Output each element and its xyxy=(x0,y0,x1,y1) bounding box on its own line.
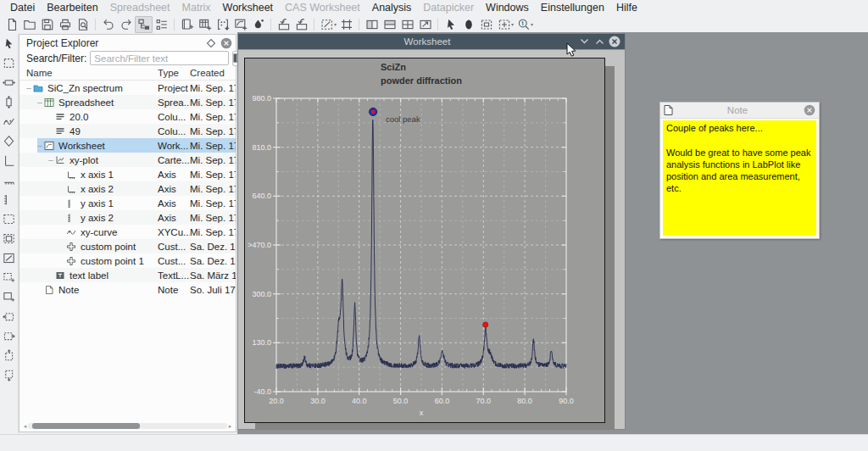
select-region-mode-button[interactable] xyxy=(477,16,495,33)
add-equation-curve-button[interactable] xyxy=(2,134,16,148)
custom-point-1[interactable] xyxy=(483,322,488,327)
tree-row-custom-point[interactable]: custom pointCust...Sa. Dez. 19 xyxy=(19,239,236,253)
tree-row-x-axis-1[interactable]: x axis 1AxisMi. Sep. 17 xyxy=(19,167,236,181)
new-spreadsheet-button[interactable] xyxy=(196,16,214,33)
scrollbar-track[interactable] xyxy=(28,423,227,429)
toggle-project-explorer-button[interactable] xyxy=(135,16,153,33)
scroll-left-arrow[interactable]: ◂ xyxy=(22,422,28,430)
pointer-mode-button[interactable] xyxy=(442,16,459,33)
axes[interactable] xyxy=(273,98,566,395)
save-project-button[interactable] xyxy=(38,16,56,33)
tree-row-spreadsheet[interactable]: –SpreadsheetSprea...Mi. Sep. 17 xyxy=(19,95,236,109)
menu-windows[interactable]: Windows xyxy=(480,2,535,14)
fit-page-button[interactable] xyxy=(337,16,355,33)
worksheet-canvas[interactable]: 20.030.040.050.060.070.080.090.0980.0810… xyxy=(238,49,625,429)
zoom-one-button[interactable] xyxy=(515,16,532,33)
new-workbook-button[interactable] xyxy=(178,16,196,33)
toggle-properties-dock-button[interactable] xyxy=(153,16,170,33)
undo-button[interactable] xyxy=(99,16,117,33)
add-axis-button[interactable] xyxy=(2,153,16,167)
tree-row-text-label[interactable]: text labelTextL...Sa. März 12 xyxy=(19,268,236,282)
maximize-button[interactable] xyxy=(593,35,606,48)
select-region-button[interactable] xyxy=(2,56,16,70)
expander-icon[interactable]: – xyxy=(36,141,44,150)
float-dock-button[interactable] xyxy=(204,36,217,49)
shift-left-x-button[interactable] xyxy=(2,309,16,323)
import-file-button[interactable] xyxy=(275,16,292,33)
horizontal-scrollbar[interactable]: ◂ ▸ xyxy=(22,422,233,430)
tree-row-custom-point-1[interactable]: custom point 1Cust...Sa. Dez. 19 xyxy=(19,253,236,268)
shift-up-y-button[interactable] xyxy=(2,348,16,362)
expander-icon[interactable]: – xyxy=(25,83,33,92)
new-plot-area-5-button[interactable] xyxy=(2,290,16,303)
horizontal-pan-button[interactable] xyxy=(2,75,16,89)
menu-bearbeiten[interactable]: Bearbeiten xyxy=(41,2,103,14)
tree-row-49[interactable]: 49Colu...Mi. Sep. 17 xyxy=(19,124,236,138)
minimize-button[interactable] xyxy=(577,35,591,48)
tree-row-xy-plot[interactable]: –xy-plotCarte...Mi. Sep. 17 xyxy=(19,153,236,167)
cool-peak-label[interactable]: cool peak xyxy=(386,114,420,124)
vertical-pan-button[interactable] xyxy=(2,95,16,109)
menu-hilfe[interactable]: Hilfe xyxy=(610,2,643,14)
xy-curve[interactable] xyxy=(276,120,566,368)
redo-button[interactable] xyxy=(117,16,135,33)
new-plot-area-4-button[interactable] xyxy=(2,270,16,284)
custom-point[interactable] xyxy=(370,108,377,115)
pointer-button[interactable] xyxy=(2,36,16,50)
open-project-button[interactable] xyxy=(20,16,38,33)
new-datapicker-button[interactable] xyxy=(249,16,267,33)
new-plot-area-1-button[interactable] xyxy=(2,212,16,226)
xy-plot-chart[interactable]: 20.030.040.050.060.070.080.090.0980.0810… xyxy=(245,58,604,422)
menu-datei[interactable]: Datei xyxy=(4,2,41,14)
detach-pane-button[interactable] xyxy=(416,16,434,33)
close-window-button[interactable] xyxy=(608,35,621,48)
plot-page[interactable]: 20.030.040.050.060.070.080.090.0980.0810… xyxy=(244,58,605,423)
menu-worksheet[interactable]: Worksheet xyxy=(217,2,280,14)
tree-row-x-axis-2[interactable]: x axis 2AxisMi. Sep. 17 xyxy=(19,181,236,196)
scrollbar-thumb[interactable] xyxy=(32,423,140,429)
plot-title[interactable]: SciZnpowder diffraction xyxy=(381,62,462,86)
note-titlebar[interactable]: Note xyxy=(660,103,819,119)
split-grid-button[interactable] xyxy=(398,16,416,33)
note-text[interactable]: Couple of peaks here... Would be great t… xyxy=(663,120,816,236)
expander-icon[interactable]: – xyxy=(47,155,55,164)
tree-row-y-axis-1[interactable]: y axis 1AxisMi. Sep. 17 xyxy=(19,196,236,210)
add-xy-curve-button[interactable] xyxy=(2,114,16,128)
zoom-fit-mode-button[interactable] xyxy=(495,16,513,33)
add-x-axis-button[interactable] xyxy=(2,173,16,187)
zoom-select-button[interactable] xyxy=(318,16,336,33)
tree-row-note[interactable]: NoteNoteSo. Juli 17 1 xyxy=(19,282,236,297)
new-plot-area-2-button[interactable] xyxy=(2,231,16,245)
worksheet-icon xyxy=(44,141,55,151)
menu-einstellungen[interactable]: Einstellungen xyxy=(535,2,610,14)
new-project-button[interactable] xyxy=(3,16,20,33)
new-plot-area-3-button[interactable] xyxy=(2,251,16,264)
column-header-created[interactable]: Created xyxy=(190,68,236,78)
zoom-mode-button[interactable] xyxy=(459,16,477,33)
project-tree: –SiC_Zn spectrumProjectMi. Sep. 17–Sprea… xyxy=(19,81,236,297)
split-vertical-button[interactable] xyxy=(363,16,381,33)
search-filter-input[interactable] xyxy=(90,51,229,65)
import-sql-button[interactable] xyxy=(292,16,310,33)
column-header-name[interactable]: Name xyxy=(19,68,158,78)
add-y-axis-button[interactable] xyxy=(2,192,16,206)
tree-row-sic-zn-spectrum[interactable]: –SiC_Zn spectrumProjectMi. Sep. 17 xyxy=(19,81,236,95)
tree-row-worksheet[interactable]: –WorksheetWork...Mi. Sep. 17 xyxy=(19,138,236,153)
close-note-button[interactable] xyxy=(803,103,816,117)
split-horizontal-button[interactable] xyxy=(381,16,398,33)
shift-down-y-button[interactable] xyxy=(2,368,16,381)
print-button[interactable] xyxy=(56,16,74,33)
expander-icon[interactable]: – xyxy=(36,97,44,107)
print-preview-button[interactable] xyxy=(74,16,92,33)
project-explorer-titlebar[interactable]: Project Explorer xyxy=(19,35,236,50)
menu-analysis[interactable]: Analysis xyxy=(366,2,418,14)
tree-row-y-axis-2[interactable]: y axis 2AxisMi. Sep. 17 xyxy=(19,210,236,225)
shift-right-x-button[interactable] xyxy=(2,329,16,342)
scroll-right-arrow[interactable]: ▸ xyxy=(227,422,233,430)
close-dock-button[interactable] xyxy=(220,36,232,49)
new-matrix-button[interactable] xyxy=(214,16,231,33)
column-header-type[interactable]: Type xyxy=(158,68,190,78)
tree-row-xy-curve[interactable]: xy-curveXYCu...Mi. Sep. 17 xyxy=(19,225,236,239)
tree-row-20-0[interactable]: 20.0Colu...Mi. Sep. 17 xyxy=(19,109,236,124)
new-worksheet-button[interactable] xyxy=(231,16,249,33)
